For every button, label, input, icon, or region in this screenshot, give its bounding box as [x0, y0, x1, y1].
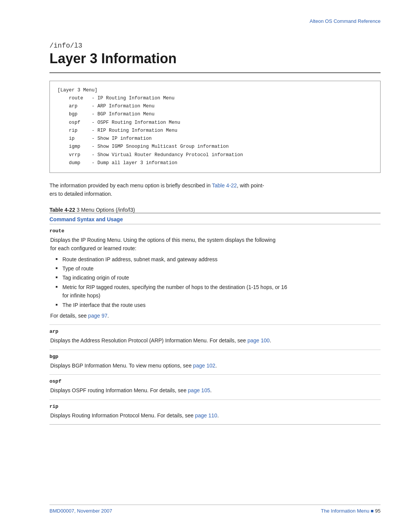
page-title: Layer 3 Information — [49, 51, 381, 66]
rip-desc-before: Displays Routing Information Protocol Me… — [50, 412, 195, 419]
ospf-desc-before: Displays OSPF routing Information Menu. … — [50, 387, 188, 393]
route-page-link[interactable]: page 97 — [88, 313, 108, 319]
cmd-desc-bgp: Displays BGP Information Menu. To view m… — [49, 361, 381, 370]
route-bullet-5: The IP interface that the route uses — [56, 301, 381, 309]
route-desc-after-prefix: For details, see — [50, 313, 88, 319]
table-caption-row: Table 4-22 3 Menu Options (/info/l3) — [49, 207, 381, 213]
main-content: /info/l3 Layer 3 Information [Layer 3 Me… — [49, 42, 381, 425]
description-text-before: The information provided by each menu op… — [49, 182, 212, 189]
route-desc-after-suffix: . — [107, 313, 109, 319]
cmd-desc-arp: Displays the Address Resolution Protocol… — [49, 336, 381, 345]
page-container: Alteon OS Command Reference /info/l3 Lay… — [0, 0, 411, 532]
ospf-desc-after: . — [210, 387, 212, 393]
footer: BMD00007, November 2007 The Information … — [49, 505, 381, 514]
footer-page-number: 95 — [375, 508, 381, 514]
cmd-name-ospf: ospf — [49, 379, 381, 384]
cmd-entry-bgp: bgp Displays BGP Information Menu. To vi… — [49, 350, 381, 375]
cmd-name-route: route — [49, 228, 381, 234]
route-desc-before: Displays the IP Routing Menu. Using the … — [50, 237, 276, 251]
footer-right: The Information Menu ■ 95 — [321, 508, 381, 514]
footer-right-prefix: The Information Menu ■ — [321, 508, 375, 514]
cmd-name-rip: rip — [49, 404, 381, 409]
route-bullet-1: Route destination IP address, subnet mas… — [56, 255, 381, 264]
cmd-name-arp: arp — [49, 329, 381, 334]
table-section-header: Command Syntax and Usage — [49, 213, 381, 224]
code-block: [Layer 3 Menu] route - IP Routing Inform… — [49, 81, 381, 173]
cmd-entry-arp: arp Displays the Address Resolution Prot… — [49, 325, 381, 350]
route-bullet-3: Tag indicating origin of route — [56, 273, 381, 282]
arp-desc-before: Displays the Address Resolution Protocol… — [50, 337, 247, 343]
rip-desc-after: . — [217, 412, 219, 419]
arp-page-link[interactable]: page 100 — [247, 337, 269, 343]
bgp-page-link[interactable]: page 102 — [193, 363, 215, 369]
cmd-desc-route: Displays the IP Routing Menu. Using the … — [49, 236, 381, 320]
title-rule — [49, 72, 381, 73]
table-link[interactable]: Table 4-22 — [212, 182, 237, 189]
rip-page-link[interactable]: page 110 — [195, 412, 217, 419]
cmd-name-bgp: bgp — [49, 354, 381, 359]
cmd-desc-ospf: Displays OSPF routing Information Menu. … — [49, 386, 381, 395]
cmd-entry-route: route Displays the IP Routing Menu. Usin… — [49, 224, 381, 325]
cmd-entry-rip: rip Displays Routing Information Protoco… — [49, 400, 381, 425]
ospf-page-link[interactable]: page 105 — [188, 387, 210, 393]
header-reference: Alteon OS Command Reference — [310, 18, 381, 24]
cmd-entry-ospf: ospf Displays OSPF routing Information M… — [49, 375, 381, 399]
description-paragraph: The information provided by each menu op… — [49, 181, 381, 198]
footer-left: BMD00007, November 2007 — [49, 508, 112, 514]
route-bullets: Route destination IP address, subnet mas… — [50, 255, 381, 309]
bgp-desc-before: Displays BGP Information Menu. To view m… — [50, 363, 193, 369]
table-container: Command Syntax and Usage route Displays … — [49, 213, 381, 425]
command-syntax-label: Command Syntax and Usage — [49, 216, 123, 222]
bgp-desc-after: . — [215, 363, 217, 369]
path-label: /info/l3 — [49, 42, 381, 50]
route-bullet-4: Metric for RIP tagged routes, specifying… — [56, 283, 381, 300]
cmd-desc-rip: Displays Routing Information Protocol Me… — [49, 411, 381, 420]
table-number-bold: Table 4-22 — [49, 207, 75, 213]
route-bullet-2: Type of route — [56, 264, 381, 273]
table-caption-title: 3 Menu Options (/info/l3) — [76, 207, 135, 213]
arp-desc-after: . — [270, 337, 271, 343]
